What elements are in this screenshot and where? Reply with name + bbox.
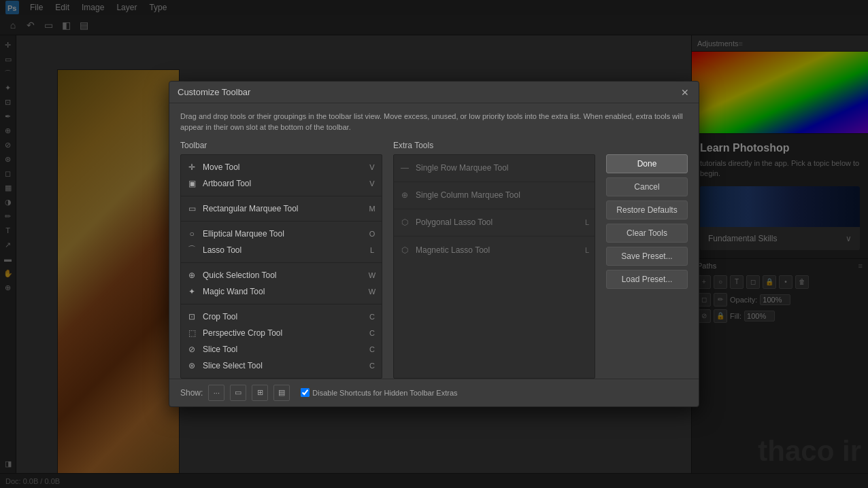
single-row-marquee-icon: —	[399, 162, 410, 173]
dialog-title: Customize Toolbar	[178, 87, 250, 97]
polygonal-lasso-shortcut: L	[585, 218, 589, 226]
toolbar-scroll[interactable]: ✛ Move Tool V ▣ Artboard Tool V	[180, 154, 382, 379]
crop-shortcut: C	[368, 313, 376, 321]
lasso-label: Lasso Tool	[203, 245, 363, 255]
load-preset-button[interactable]: Load Preset...	[606, 270, 688, 289]
move-tool-icon: ✛	[186, 162, 197, 173]
crop-label: Crop Tool	[203, 312, 363, 321]
show-rect-button[interactable]: ▭	[230, 385, 246, 401]
customize-toolbar-dialog: Customize Toolbar ✕ Drag and drop tools …	[169, 81, 699, 407]
magic-wand-icon: ✦	[186, 286, 197, 297]
slice-select-label: Slice Select Tool	[203, 361, 363, 370]
perspective-crop-shortcut: C	[368, 329, 376, 337]
disable-shortcuts-label: Disable Shortcuts for Hidden Toolbar Ext…	[312, 389, 457, 397]
extra-tools-header: Extra Tools	[393, 138, 595, 154]
elliptical-marquee-shortcut: O	[368, 230, 376, 238]
clear-tools-button[interactable]: Clear Tools	[606, 224, 688, 243]
move-tool-shortcut: V	[368, 163, 376, 171]
dialog-description: Drag and drop tools or their groupings i…	[169, 103, 699, 138]
single-col-marquee-icon: ⊕	[399, 190, 410, 201]
tool-item-slice-select[interactable]: ⊛ Slice Select Tool C	[181, 358, 382, 374]
slice-select-icon: ⊛	[186, 360, 197, 371]
extra-single-col-marquee[interactable]: ⊕ Single Column Marquee Tool	[394, 182, 595, 209]
show-dots-button[interactable]: ···	[208, 385, 224, 401]
artboard-tool-label: Artboard Tool	[203, 179, 363, 188]
tool-item-slice[interactable]: ⊘ Slice Tool C	[181, 341, 382, 358]
tool-item-quick-selection[interactable]: ⊕ Quick Selection Tool W	[181, 267, 382, 283]
extra-magnetic-lasso[interactable]: ⬡ Magnetic Lasso Tool L	[394, 237, 595, 264]
single-col-marquee-label: Single Column Marquee Tool	[416, 190, 584, 200]
quick-selection-icon: ⊕	[186, 270, 197, 281]
extra-tools-column: Extra Tools — Single Row Marquee Tool ⊕ …	[393, 138, 595, 379]
lasso-icon: ⌒	[186, 245, 197, 256]
tool-item-magic-wand[interactable]: ✦ Magic Wand Tool W	[181, 283, 382, 300]
toolbar-column-header: Toolbar	[180, 138, 382, 154]
tool-item-rect-marquee[interactable]: ▭ Rectangular Marquee Tool M	[181, 201, 382, 217]
artboard-tool-icon: ▣	[186, 178, 197, 189]
rect-marquee-label: Rectangular Marquee Tool	[203, 204, 363, 213]
show-label: Show:	[180, 388, 203, 398]
tool-item-elliptical[interactable]: ○ Elliptical Marquee Tool O	[181, 226, 382, 242]
tool-item-lasso[interactable]: ⌒ Lasso Tool L	[181, 242, 382, 258]
polygonal-lasso-icon: ⬡	[399, 217, 410, 228]
slice-label: Slice Tool	[203, 345, 363, 354]
save-preset-button[interactable]: Save Preset...	[606, 247, 688, 266]
dialog-body: Toolbar ✛ Move Tool V ▣ Artboard Tool	[169, 138, 699, 379]
rect-marquee-icon: ▭	[186, 203, 197, 214]
slice-shortcut: C	[368, 345, 376, 353]
tool-group-move: ✛ Move Tool V ▣ Artboard Tool V	[181, 155, 382, 196]
modal-overlay: Customize Toolbar ✕ Drag and drop tools …	[0, 0, 868, 488]
dialog-close-button[interactable]: ✕	[680, 87, 690, 98]
show-grid-button[interactable]: ⊞	[252, 385, 268, 401]
extra-polygonal-lasso[interactable]: ⬡ Polygonal Lasso Tool L	[394, 209, 595, 237]
elliptical-marquee-icon: ○	[186, 228, 197, 239]
tool-item-artboard[interactable]: ▣ Artboard Tool V	[181, 175, 382, 192]
photoshop-app: Ps File Edit Image Layer Type ⌂ ↶ ▭ ◧ ▤ …	[0, 0, 868, 488]
slice-select-shortcut: C	[368, 362, 376, 370]
dialog-buttons: Done Cancel Restore Defaults Clear Tools…	[606, 138, 688, 379]
restore-defaults-button[interactable]: Restore Defaults	[606, 201, 688, 220]
extra-single-row-marquee[interactable]: — Single Row Marquee Tool	[394, 155, 595, 182]
tool-item-crop[interactable]: ⊡ Crop Tool C	[181, 309, 382, 325]
magnetic-lasso-shortcut: L	[585, 246, 589, 254]
artboard-tool-shortcut: V	[368, 179, 376, 188]
tool-group-lasso: ○ Elliptical Marquee Tool O ⌒ Lasso Tool…	[181, 222, 382, 263]
slice-icon: ⊘	[186, 344, 197, 355]
tool-group-marquee: ▭ Rectangular Marquee Tool M	[181, 196, 382, 222]
single-row-marquee-label: Single Row Marquee Tool	[416, 163, 584, 173]
magnetic-lasso-icon: ⬡	[399, 245, 410, 256]
perspective-crop-label: Perspective Crop Tool	[203, 328, 363, 338]
dialog-footer: Show: ··· ▭ ⊞ ▤ Disable Shortcuts for Hi…	[169, 379, 699, 406]
crop-icon: ⊡	[186, 311, 197, 322]
tool-group-crop: ⊡ Crop Tool C ⬚ Perspective Crop Tool C …	[181, 304, 382, 378]
disable-shortcuts-checkbox-label[interactable]: Disable Shortcuts for Hidden Toolbar Ext…	[301, 388, 457, 397]
polygonal-lasso-label: Polygonal Lasso Tool	[416, 217, 580, 227]
perspective-crop-icon: ⬚	[186, 328, 197, 338]
tool-group-selection: ⊕ Quick Selection Tool W ✦ Magic Wand To…	[181, 263, 382, 304]
show-panels-button[interactable]: ▤	[273, 385, 290, 401]
done-button[interactable]: Done	[606, 154, 688, 173]
cancel-button[interactable]: Cancel	[606, 177, 688, 196]
lasso-shortcut: L	[368, 246, 376, 254]
tool-item-move[interactable]: ✛ Move Tool V	[181, 159, 382, 175]
dialog-titlebar: Customize Toolbar ✕	[169, 82, 699, 103]
elliptical-marquee-label: Elliptical Marquee Tool	[203, 229, 363, 239]
toolbar-column: Toolbar ✛ Move Tool V ▣ Artboard Tool	[180, 138, 382, 379]
magic-wand-shortcut: W	[368, 287, 376, 296]
extra-tools-scroll[interactable]: — Single Row Marquee Tool ⊕ Single Colum…	[393, 154, 595, 379]
quick-selection-shortcut: W	[368, 271, 376, 279]
disable-shortcuts-checkbox[interactable]	[301, 388, 310, 397]
move-tool-label: Move Tool	[203, 162, 363, 172]
quick-selection-label: Quick Selection Tool	[203, 271, 363, 280]
rect-marquee-shortcut: M	[368, 205, 376, 213]
magic-wand-label: Magic Wand Tool	[203, 287, 363, 296]
tool-item-perspective-crop[interactable]: ⬚ Perspective Crop Tool C	[181, 325, 382, 341]
magnetic-lasso-label: Magnetic Lasso Tool	[416, 245, 580, 255]
